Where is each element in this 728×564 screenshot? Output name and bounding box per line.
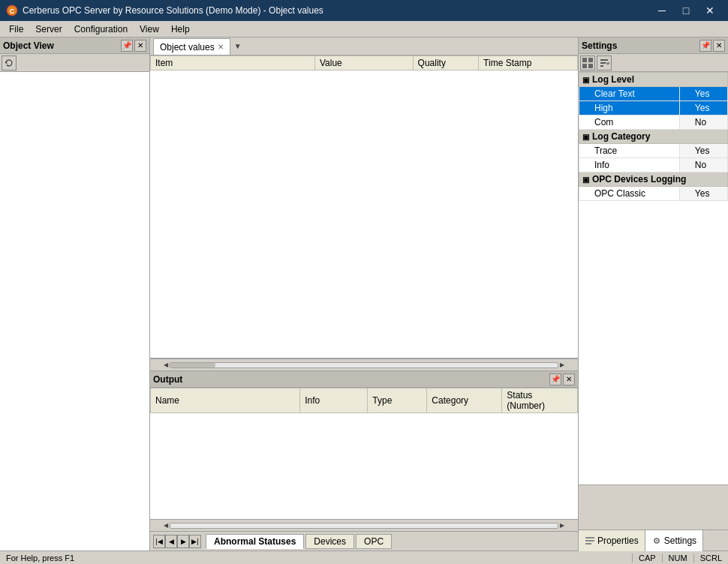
svg-text:C: C xyxy=(10,8,15,15)
menu-file[interactable]: File xyxy=(3,22,29,36)
col-value: Value xyxy=(314,56,413,70)
settings-table: ▣Log LevelClear TextYesHighYesComNo▣Log … xyxy=(579,72,728,201)
settings-value: No xyxy=(679,116,727,130)
settings-row-trace[interactable]: TraceYes xyxy=(579,144,728,158)
scrollbar-thumb[interactable] xyxy=(170,363,215,368)
collapse-icon[interactable]: ▣ xyxy=(582,76,589,84)
properties-icon xyxy=(585,536,595,546)
settings-row-com[interactable]: ComNo xyxy=(579,116,728,130)
settings-row-info[interactable]: InfoNo xyxy=(579,158,728,172)
object-values-area: Item Value Quality Time Stamp xyxy=(150,56,578,358)
object-view-refresh-button[interactable] xyxy=(2,56,17,70)
settings-value: No xyxy=(679,158,727,172)
settings-content: ▣Log LevelClear TextYesHighYesComNo▣Log … xyxy=(579,72,728,484)
settings-sort-button[interactable] xyxy=(597,56,612,70)
app-icon: C xyxy=(6,4,18,16)
settings-close-button[interactable]: ✕ xyxy=(713,40,725,52)
collapse-icon[interactable]: ▣ xyxy=(582,176,589,184)
col-item: Item xyxy=(151,56,315,70)
menu-server[interactable]: Server xyxy=(29,22,68,36)
status-cap: CAP xyxy=(632,554,656,562)
svg-rect-4 xyxy=(588,58,593,62)
tab-object-values[interactable]: Object values ✕ xyxy=(153,38,230,55)
menu-view[interactable]: View xyxy=(134,22,165,36)
bottom-tab-abnormal-label: Abnormal Statuses xyxy=(214,536,296,547)
settings-label: OPC Classic xyxy=(579,187,680,201)
settings-label: Clear Text xyxy=(579,87,680,101)
output-panel: Output 📌 ✕ Name Info Type Category Statu… xyxy=(150,370,578,550)
settings-icon xyxy=(651,536,662,546)
settings-value: Yes xyxy=(679,144,727,158)
bottom-tab-devices-label: Devices xyxy=(314,536,346,547)
tab-nav-first[interactable]: |◀ xyxy=(153,535,165,548)
status-bar: For Help, press F1 CAP NUM SCRL xyxy=(0,550,728,564)
tab-nav-prev[interactable]: ◀ xyxy=(165,535,177,548)
settings-group-log-category: ▣Log Category xyxy=(579,130,728,144)
object-view-panel: Object View 📌 ✕ xyxy=(0,38,150,550)
bottom-tab-opc[interactable]: OPC xyxy=(356,534,392,549)
settings-row-opc-classic[interactable]: OPC ClassicYes xyxy=(579,187,728,201)
settings-bottom-tabs: Properties Settings xyxy=(579,530,728,550)
output-scroll-right[interactable]: ▶ xyxy=(558,520,566,530)
settings-tab-settings[interactable]: Settings xyxy=(645,530,703,551)
close-button[interactable]: ✕ xyxy=(698,0,722,21)
tab-nav-next[interactable]: ▶ xyxy=(177,535,189,548)
tab-nav-arrows: |◀ ◀ ▶ ▶| xyxy=(153,535,201,548)
settings-title: Settings xyxy=(582,40,617,51)
scroll-right-arrow[interactable]: ▶ xyxy=(558,360,566,370)
settings-tab-properties-label: Properties xyxy=(597,536,639,546)
object-view-content xyxy=(0,72,149,550)
output-scrollbar[interactable]: ◀ ▶ xyxy=(150,519,578,531)
settings-row-high[interactable]: HighYes xyxy=(579,101,728,116)
settings-label: High xyxy=(579,101,680,116)
svg-rect-3 xyxy=(582,58,587,62)
settings-tab-settings-label: Settings xyxy=(664,536,696,546)
output-scroll-track[interactable] xyxy=(170,523,558,529)
settings-header: Settings 📌 ✕ xyxy=(579,38,728,54)
menu-configuration[interactable]: Configuration xyxy=(68,22,134,36)
tab-overflow-arrow[interactable]: ▼ xyxy=(232,38,244,55)
menu-bar: File Server Configuration View Help xyxy=(0,21,728,38)
svg-rect-12 xyxy=(585,543,591,544)
app-title: Cerberus OPC Server by Resource Solution… xyxy=(23,5,323,16)
output-table: Name Info Type Category Status (Number) xyxy=(150,388,578,413)
output-pin-button[interactable]: 📌 xyxy=(549,374,561,386)
object-view-header: Object View 📌 ✕ xyxy=(0,38,149,54)
output-close-button[interactable]: ✕ xyxy=(563,374,575,386)
settings-row-clear-text[interactable]: Clear TextYes xyxy=(579,87,728,101)
object-view-close-button[interactable]: ✕ xyxy=(134,40,146,52)
svg-rect-6 xyxy=(588,64,593,68)
status-help-text: For Help, press F1 xyxy=(6,554,74,562)
bottom-tab-abnormal[interactable]: Abnormal Statuses xyxy=(206,534,304,549)
settings-categorize-button[interactable] xyxy=(580,56,595,70)
output-controls: 📌 ✕ xyxy=(549,374,575,386)
output-scroll-left[interactable]: ◀ xyxy=(162,520,170,530)
title-bar: C Cerberus OPC Server by Resource Soluti… xyxy=(0,0,728,21)
scroll-left-arrow[interactable]: ◀ xyxy=(162,360,170,370)
collapse-icon[interactable]: ▣ xyxy=(582,133,589,141)
bottom-tab-devices[interactable]: Devices xyxy=(305,534,354,549)
window-controls: ─ □ ✕ xyxy=(650,0,722,21)
tab-bar: Object values ✕ ▼ xyxy=(150,38,578,56)
object-values-scrollbar[interactable]: ◀ ▶ xyxy=(150,358,578,370)
scrollbar-track[interactable] xyxy=(170,362,558,368)
object-view-toolbar xyxy=(0,54,149,72)
tab-object-values-label: Object values xyxy=(160,42,215,52)
settings-preview xyxy=(579,484,728,530)
menu-help[interactable]: Help xyxy=(165,22,196,36)
main-layout: Object View 📌 ✕ Object values ✕ xyxy=(0,38,728,550)
settings-group-opc-devices-logging: ▣OPC Devices Logging xyxy=(579,172,728,187)
settings-tab-properties[interactable]: Properties xyxy=(579,530,645,551)
categorize-icon xyxy=(582,58,593,68)
object-view-pin-button[interactable]: 📌 xyxy=(121,40,133,52)
col-timestamp: Time Stamp xyxy=(479,56,578,70)
minimize-button[interactable]: ─ xyxy=(650,0,674,21)
output-title: Output xyxy=(153,374,182,385)
maximize-button[interactable]: □ xyxy=(674,0,698,21)
settings-pin-button[interactable]: 📌 xyxy=(699,40,711,52)
tab-object-values-close[interactable]: ✕ xyxy=(218,43,224,51)
output-col-info: Info xyxy=(300,388,368,413)
tab-nav-last[interactable]: ▶| xyxy=(189,535,201,548)
output-content: Name Info Type Category Status (Number) xyxy=(150,388,578,519)
object-view-title: Object View xyxy=(3,40,54,51)
